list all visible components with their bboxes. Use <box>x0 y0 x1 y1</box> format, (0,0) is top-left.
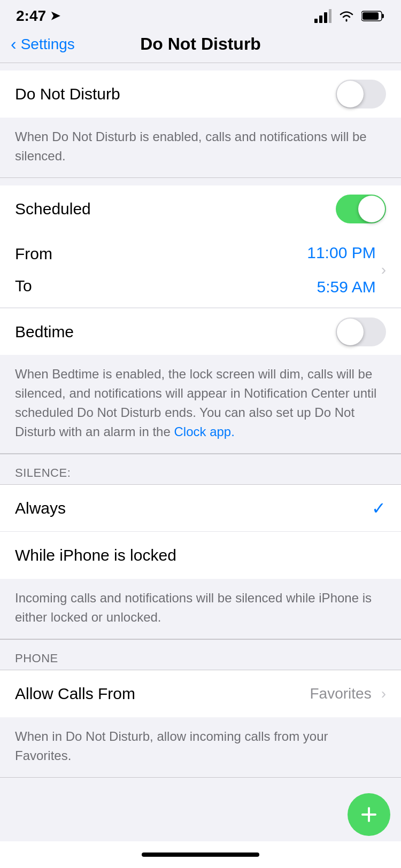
dnd-toggle-knob <box>337 81 364 107</box>
allow-calls-label: Allow Calls From <box>15 685 135 703</box>
back-label: Settings <box>21 36 75 53</box>
bedtime-toggle-knob <box>337 319 364 345</box>
scheduled-group: Scheduled <box>0 185 401 232</box>
status-time: 2:47 ➤ <box>16 7 60 25</box>
gap-1 <box>0 63 401 71</box>
allow-calls-description: When in Do Not Disturb, allow incoming c… <box>15 729 328 763</box>
dnd-toggle[interactable] <box>336 80 386 108</box>
bedtime-toggle[interactable] <box>336 317 386 346</box>
allow-calls-chevron: › <box>381 685 386 702</box>
from-time: 11:00 PM <box>307 237 375 269</box>
floating-button-icon <box>359 805 379 824</box>
while-locked-label: While iPhone is locked <box>15 546 176 564</box>
dnd-toggle-row: Do Not Disturb <box>0 71 401 118</box>
bedtime-row: Bedtime <box>0 308 401 355</box>
home-indicator <box>142 852 259 857</box>
from-label: From <box>15 238 307 270</box>
home-indicator-area <box>0 841 401 868</box>
signal-icon <box>314 9 331 23</box>
svg-rect-0 <box>314 19 318 23</box>
battery-icon <box>361 10 385 22</box>
status-bar: 2:47 ➤ <box>0 0 401 29</box>
allow-calls-row[interactable]: Allow Calls From Favorites › <box>0 670 401 717</box>
clock-app-link[interactable]: Clock app. <box>174 424 234 439</box>
back-button[interactable]: ‹ Settings <box>11 34 75 54</box>
allow-calls-description-block: When in Do Not Disturb, allow incoming c… <box>0 717 401 778</box>
while-locked-row[interactable]: While iPhone is locked <box>0 532 401 579</box>
dnd-description-block: When Do Not Disturb is enabled, calls an… <box>0 118 401 178</box>
always-label: Always <box>15 499 66 517</box>
location-icon: ➤ <box>50 9 60 23</box>
scheduled-label: Scheduled <box>15 200 91 218</box>
allow-calls-value: Favorites <box>310 685 372 702</box>
status-icons <box>314 9 385 23</box>
dnd-toggle-group: Do Not Disturb <box>0 71 401 118</box>
floating-button[interactable] <box>348 793 390 836</box>
phone-group: Allow Calls From Favorites › <box>0 670 401 717</box>
from-to-row[interactable]: From To 11:00 PM 5:59 AM › <box>0 232 401 308</box>
wifi-icon <box>338 9 355 23</box>
svg-rect-6 <box>363 12 379 20</box>
silence-header: SILENCE: <box>0 454 401 485</box>
svg-rect-1 <box>319 15 322 23</box>
time-display: 2:47 <box>16 7 46 25</box>
dnd-label: Do Not Disturb <box>15 85 120 103</box>
scheduled-toggle[interactable] <box>336 195 386 223</box>
bottom-space <box>0 778 401 842</box>
scheduled-row: Scheduled <box>0 185 401 232</box>
to-time: 5:59 AM <box>317 271 376 303</box>
dnd-description: When Do Not Disturb is enabled, calls an… <box>15 129 367 163</box>
silence-group: Always ✓ While iPhone is locked <box>0 485 401 579</box>
svg-rect-5 <box>382 14 384 18</box>
silence-description: Incoming calls and notifications will be… <box>15 591 372 624</box>
bedtime-label: Bedtime <box>15 323 74 341</box>
chevron-left-icon: ‹ <box>11 34 17 54</box>
from-to-times: 11:00 PM 5:59 AM <box>307 237 375 303</box>
phone-header: PHONE <box>0 639 401 670</box>
always-row[interactable]: Always ✓ <box>0 485 401 532</box>
scheduled-toggle-knob <box>358 196 385 222</box>
allow-calls-value-container: Favorites › <box>310 685 386 702</box>
to-label: To <box>15 270 307 302</box>
gap-2 <box>0 178 401 185</box>
from-to-labels: From To <box>15 238 307 302</box>
svg-rect-3 <box>329 9 331 23</box>
always-checkmark: ✓ <box>372 498 386 518</box>
nav-bar: ‹ Settings Do Not Disturb <box>0 29 401 63</box>
bedtime-description: When Bedtime is enabled, the lock screen… <box>15 367 376 439</box>
page-title: Do Not Disturb <box>140 34 261 54</box>
bedtime-group: Bedtime <box>0 308 401 355</box>
silence-description-block: Incoming calls and notifications will be… <box>0 579 401 639</box>
svg-rect-2 <box>324 12 327 23</box>
from-to-chevron: › <box>381 261 386 278</box>
bedtime-description-block: When Bedtime is enabled, the lock screen… <box>0 355 401 454</box>
